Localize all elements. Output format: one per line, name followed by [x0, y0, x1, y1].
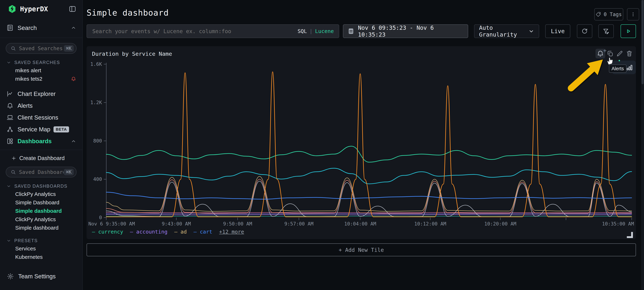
- chevron-up-icon[interactable]: [71, 138, 76, 144]
- scrollbar-thumb[interactable]: [642, 0, 644, 84]
- legend-item[interactable]: — cart: [194, 229, 212, 235]
- legend-item[interactable]: — accounting: [130, 229, 168, 235]
- sidebar-item-team-settings[interactable]: Team Settings: [0, 273, 82, 280]
- search-icon: [10, 46, 16, 51]
- svg-text:10:20:00 AM: 10:20:00 AM: [484, 221, 516, 227]
- duration-chart: 04008001.2K1.6KNov 6 9:35:00 AM9:43:00 A…: [88, 59, 634, 237]
- journal-icon: [6, 24, 14, 31]
- svg-text:0: 0: [99, 215, 102, 220]
- tags-button[interactable]: 0 Tags: [594, 8, 623, 21]
- svg-text:1.6K: 1.6K: [90, 61, 102, 67]
- cursor-pointer-icon: [606, 56, 613, 65]
- presets-header[interactable]: PRESETS: [12, 238, 82, 243]
- tile-delete-button[interactable]: [624, 49, 634, 58]
- dashboards-icon: [6, 138, 14, 145]
- saved-dashboard-item-active[interactable]: Simple dashboard: [0, 207, 82, 215]
- time-range-picker[interactable]: Nov 6 09:35:23 - Nov 6 10:35:23: [343, 24, 468, 38]
- tile-edit-button[interactable]: [615, 49, 624, 58]
- annotation-arrow: [559, 52, 611, 95]
- sidebar-search-label: Search: [18, 24, 71, 31]
- sidebar-item-service-map[interactable]: Service Map BETA: [0, 123, 82, 135]
- refresh-button[interactable]: [577, 24, 592, 38]
- saved-searches-input[interactable]: [18, 45, 64, 52]
- dashboard-tile: Duration by Service Name + 04008001.2K1.…: [86, 46, 636, 239]
- language-divider: |: [310, 28, 312, 34]
- svg-text:Nov 6 9:35:00 AM: Nov 6 9:35:00 AM: [88, 221, 135, 227]
- event-search-bar[interactable]: SQL | Lucene: [86, 24, 339, 38]
- laptop-icon: [6, 114, 14, 121]
- svg-text:1.2K: 1.2K: [90, 100, 102, 105]
- tile-resize-handle[interactable]: [627, 232, 633, 238]
- tile-title: Duration by Service Name: [92, 51, 172, 57]
- time-range-value: Nov 6 09:35:23 - Nov 6 10:35:23: [358, 24, 463, 38]
- play-icon: [625, 28, 632, 34]
- svg-text:9:43:00 AM: 9:43:00 AM: [162, 221, 191, 227]
- saved-dashboards-input[interactable]: [18, 169, 64, 175]
- service-map-icon: [6, 126, 14, 133]
- saved-searches-header[interactable]: SAVED SEARCHES: [12, 60, 82, 65]
- chevron-down-icon: [528, 28, 534, 34]
- svg-text:10:12:00 AM: 10:12:00 AM: [414, 221, 446, 227]
- sidebar: HyperDX Search ⌘K SAVED SEARCHES mikes a…: [0, 0, 83, 290]
- saved-dashboard-item[interactable]: ClickPy Analytics: [0, 190, 82, 198]
- svg-text:9:50:00 AM: 9:50:00 AM: [223, 221, 252, 227]
- run-query-button[interactable]: [620, 24, 636, 38]
- beta-badge: BETA: [54, 126, 69, 132]
- saved-searches-search[interactable]: ⌘K: [6, 43, 76, 54]
- logo-row: HyperDX: [0, 0, 82, 18]
- svg-text:800: 800: [93, 138, 102, 143]
- sidebar-item-search[interactable]: Search: [0, 18, 82, 38]
- saved-dashboards-header[interactable]: SAVED DASHBOARDS: [12, 184, 82, 189]
- svg-text:9:57:00 AM: 9:57:00 AM: [284, 221, 314, 227]
- app-title: HyperDX: [20, 5, 69, 13]
- bar-chart-icon: [626, 64, 633, 71]
- kebab-menu-button[interactable]: [627, 8, 639, 21]
- hyperdx-logo-icon: [8, 5, 16, 13]
- event-search-input[interactable]: [92, 28, 298, 35]
- saved-dashboard-item[interactable]: Simple dashboard: [0, 223, 82, 232]
- preset-item-kubernetes[interactable]: Kubernetes: [0, 253, 82, 261]
- sidebar-item-client-sessions[interactable]: Client Sessions: [0, 112, 82, 123]
- legend-more-link[interactable]: +12 more: [219, 229, 244, 235]
- preset-item-services[interactable]: Services: [0, 244, 82, 253]
- green-dot: [618, 60, 620, 61]
- legend-item[interactable]: — ad: [174, 229, 187, 235]
- tag-icon: [596, 12, 601, 17]
- saved-search-item[interactable]: mikes tets2: [0, 75, 82, 83]
- granularity-select[interactable]: Auto Granularity: [474, 24, 539, 38]
- svg-text:10:04:00 AM: 10:04:00 AM: [344, 221, 376, 227]
- bell-icon: [6, 102, 14, 109]
- refresh-icon: [581, 28, 588, 35]
- sidebar-item-chart-explorer[interactable]: Chart Explorer: [0, 88, 82, 100]
- chart-legend: — currency— accounting— ad— cart+12 more: [92, 229, 244, 235]
- sidebar-content: ⌘K SAVED SEARCHES mikes alert mikes tets…: [0, 38, 82, 290]
- live-button[interactable]: Live: [545, 24, 570, 38]
- page-title: Simple dashboard: [86, 8, 169, 18]
- gear-icon: [7, 273, 14, 280]
- saved-search-item[interactable]: mikes alert: [0, 66, 82, 75]
- shortcut-badge: ⌘K: [64, 45, 74, 52]
- svg-text:10:35:00 AM: 10:35:00 AM: [602, 221, 634, 227]
- search-icon: [10, 169, 16, 175]
- alerts-tooltip-label: Alerts: [609, 65, 626, 73]
- granularity-value: Auto Granularity: [479, 24, 528, 38]
- sidebar-item-dashboards[interactable]: Dashboards: [0, 135, 82, 147]
- calendar-icon: [348, 28, 354, 35]
- filter-icon: [602, 28, 610, 35]
- lucene-toggle[interactable]: Lucene: [315, 28, 334, 34]
- sidebar-item-alerts[interactable]: Alerts: [0, 100, 82, 112]
- saved-dashboard-item[interactable]: Simple Dashboard: [0, 198, 82, 207]
- tags-label: 0 Tags: [604, 12, 622, 17]
- chevron-up-icon[interactable]: [71, 25, 76, 31]
- main-content: Simple dashboard 0 Tags SQL | Lucene Nov…: [82, 0, 641, 290]
- saved-dashboard-item[interactable]: ClickPy Analytics: [0, 215, 82, 223]
- legend-item[interactable]: — currency: [92, 229, 123, 235]
- collapse-sidebar-icon[interactable]: [69, 5, 76, 13]
- line-chart-icon: [6, 90, 14, 97]
- sql-toggle[interactable]: SQL: [298, 28, 307, 34]
- svg-text:400: 400: [93, 176, 102, 182]
- add-new-tile-button[interactable]: + Add New Tile: [86, 243, 636, 256]
- filter-button[interactable]: [598, 24, 614, 38]
- saved-dashboards-search[interactable]: ⌘K: [6, 167, 76, 178]
- create-dashboard-button[interactable]: Create Dashboard: [0, 154, 82, 162]
